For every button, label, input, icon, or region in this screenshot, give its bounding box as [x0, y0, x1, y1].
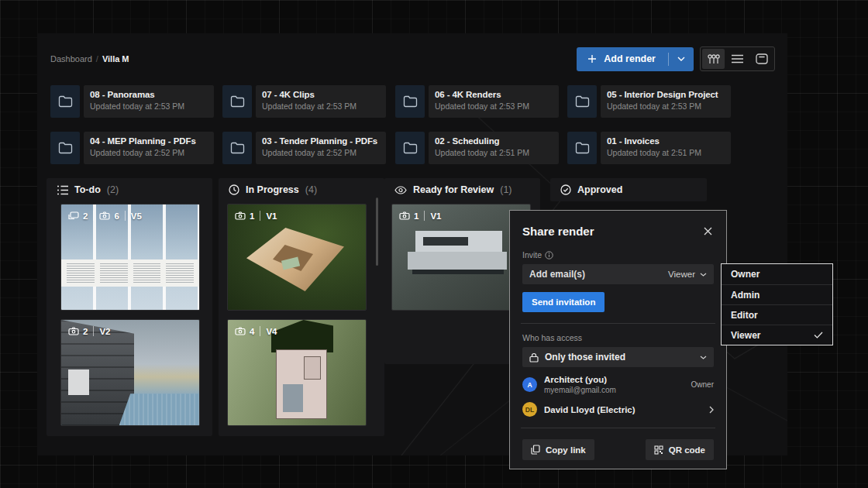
card-badges: 1 V1 — [399, 211, 441, 221]
breadcrumb: Dashboard / Villa M — [50, 54, 129, 64]
role-option-owner[interactable]: Owner — [722, 264, 832, 284]
folder-item[interactable]: 05 - Interior Design Project Updated tod… — [567, 85, 731, 118]
breadcrumb-current-project: Villa M — [102, 54, 129, 64]
folder-item[interactable]: 08 - Panoramas Updated today at 2:53 PM — [50, 85, 214, 118]
copy-link-button[interactable]: Copy link — [522, 439, 594, 460]
folder-card: 02 - Scheduling Updated today at 2:51 PM — [429, 132, 559, 164]
add-render-dropdown[interactable] — [669, 57, 694, 61]
version-badge: V2 — [99, 327, 110, 336]
comment-count: 2 — [83, 211, 88, 221]
close-button[interactable] — [702, 225, 714, 237]
send-invitation-button[interactable]: Send invitation — [522, 292, 604, 312]
camera-count: 6 — [114, 211, 119, 221]
person-name: David Lloyd (Electric) — [544, 405, 636, 414]
folder-updated: Updated today at 2:52 PM — [90, 148, 208, 157]
breadcrumb-dashboard[interactable]: Dashboard — [50, 54, 92, 64]
folder-title: 05 - Interior Design Project — [607, 90, 725, 99]
card-badges: 1 V1 — [235, 211, 277, 221]
folder-updated: Updated today at 2:52 PM — [262, 148, 380, 157]
role-option-editor[interactable]: Editor — [722, 304, 832, 325]
list-view-icon — [732, 54, 743, 64]
role-option-admin[interactable]: Admin — [722, 284, 832, 304]
qr-code-button[interactable]: QR code — [646, 439, 714, 460]
folder-card: 01 - Invoices Updated today at 2:51 PM — [601, 132, 731, 164]
column-title: To-do — [74, 184, 101, 195]
column-count: (4) — [305, 184, 317, 195]
info-icon — [545, 251, 553, 259]
role-selected-value: Viewer — [668, 270, 695, 279]
folder-item[interactable]: 07 - 4K Clips Updated today at 2:53 PM — [222, 85, 386, 118]
invite-email-row: Viewer — [522, 264, 714, 284]
folder-item[interactable]: 04 - MEP Planning - PDFs Updated today a… — [50, 132, 214, 164]
camera-count: 2 — [83, 327, 88, 336]
folder-icon — [395, 85, 425, 118]
chevron-right-icon — [709, 406, 714, 414]
camera-icon — [68, 327, 79, 335]
archive-view-button[interactable] — [750, 49, 773, 69]
column-scrollbar[interactable] — [376, 198, 378, 266]
folder-card: 08 - Panoramas Updated today at 2:53 PM — [84, 85, 214, 118]
add-render-button[interactable]: Add render — [577, 47, 694, 71]
header-actions: Add render — [577, 46, 775, 71]
folder-item[interactable]: 01 - Invoices Updated today at 2:51 PM — [567, 132, 731, 164]
modal-divider — [521, 323, 715, 324]
column-title: In Progress — [246, 184, 299, 195]
check-circle-icon — [560, 184, 571, 195]
list-view-button[interactable] — [726, 49, 749, 69]
folder-item[interactable]: 06 - 4K Renders Updated today at 2:53 PM — [395, 85, 559, 118]
render-card-pool[interactable]: 2 V2 — [60, 319, 200, 426]
avatar: DL — [522, 402, 537, 417]
board-view-button[interactable] — [702, 49, 725, 69]
chevron-down-icon — [700, 356, 707, 359]
avatar: A — [522, 377, 537, 392]
folder-item[interactable]: 03 - Tender Planning - PDFs Updated toda… — [222, 132, 386, 164]
eye-icon — [394, 186, 407, 194]
email-input[interactable] — [529, 269, 663, 280]
access-label-row: Who has access — [522, 333, 714, 342]
share-render-modal: Share render Invite Viewer Send invitati… — [509, 210, 727, 469]
column-count: (1) — [500, 184, 512, 195]
column-title: Ready for Review — [413, 184, 494, 195]
person-row-architect[interactable]: A Architect (you) myemail@gmail.com Owne… — [522, 375, 714, 394]
copy-link-label: Copy link — [546, 445, 586, 455]
access-select[interactable]: Only those invited — [522, 347, 714, 367]
add-render-label: Add render — [604, 53, 656, 64]
invite-label: Invite — [522, 250, 542, 259]
modal-divider — [521, 428, 715, 428]
folder-card: 07 - 4K Clips Updated today at 2:53 PM — [256, 85, 386, 118]
version-badge: V5 — [131, 211, 142, 221]
person-email: myemail@gmail.com — [544, 386, 616, 394]
column-header-ready-for-review: Ready for Review (1) — [384, 178, 512, 201]
folder-updated: Updated today at 2:53 PM — [90, 101, 208, 111]
card-badges: 2 V2 — [68, 326, 110, 336]
camera-icon — [235, 327, 246, 335]
folder-icon — [567, 85, 597, 118]
camera-icon — [235, 211, 246, 220]
folder-icon — [50, 85, 80, 118]
person-row-david[interactable]: DL David Lloyd (Electric) — [522, 402, 714, 417]
folder-updated: Updated today at 2:53 PM — [607, 101, 725, 111]
desktop-background: Dashboard / Villa M Add render — [0, 0, 868, 488]
plus-icon — [587, 54, 597, 64]
column-title: Approved — [577, 184, 622, 195]
person-name: Architect (you) — [544, 375, 616, 384]
render-card-panorama[interactable]: 2 6 V5 — [60, 204, 200, 311]
role-option-viewer[interactable]: Viewer — [722, 325, 832, 345]
role-select-trigger[interactable]: Viewer — [668, 270, 707, 279]
folder-title: 07 - 4K Clips — [262, 90, 380, 99]
breadcrumb-separator: / — [96, 54, 98, 64]
chevron-down-icon — [700, 273, 707, 277]
render-card-axon-model[interactable]: 1 V1 — [227, 204, 367, 311]
folder-updated: Updated today at 2:53 PM — [435, 101, 553, 111]
folder-updated: Updated today at 2:51 PM — [435, 148, 553, 157]
lock-icon — [529, 352, 539, 363]
column-header-in-progress: In Progress (4) — [219, 178, 317, 201]
camera-count: 4 — [250, 327, 254, 336]
camera-icon — [399, 211, 410, 220]
board-view-icon — [708, 53, 720, 64]
todo-list-icon — [57, 185, 68, 195]
version-badge: V4 — [266, 327, 277, 336]
folder-item[interactable]: 02 - Scheduling Updated today at 2:51 PM — [395, 132, 559, 164]
render-card-floorplan[interactable]: 4 V4 — [227, 319, 367, 426]
folder-title: 04 - MEP Planning - PDFs — [90, 136, 208, 146]
